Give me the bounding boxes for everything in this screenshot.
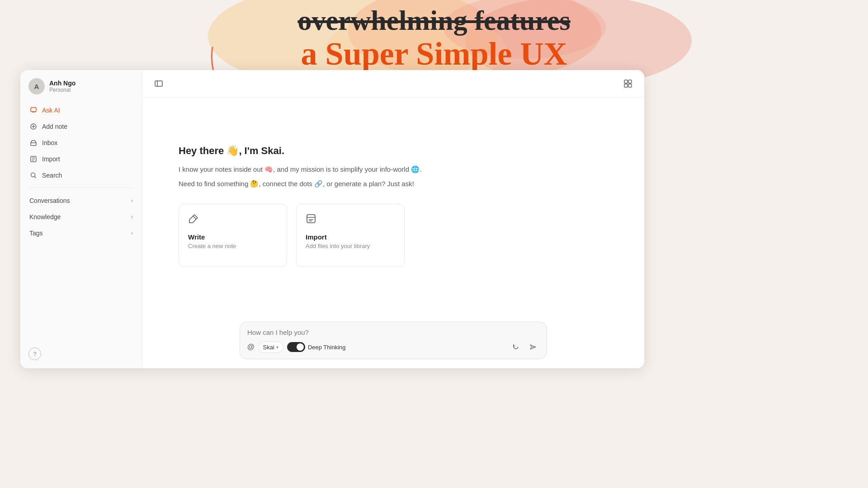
action-cards: Write Create a new note Import Add files… (179, 204, 405, 267)
search-label: Search (42, 172, 62, 179)
svg-rect-20 (624, 84, 627, 87)
model-selector[interactable]: Skai ▾ (258, 342, 283, 353)
sidebar-section-conversations[interactable]: Conversations › (20, 192, 142, 209)
tags-chevron-icon: › (131, 230, 133, 236)
import-card-desc: Add files into your library (306, 243, 395, 249)
tags-label: Tags (29, 230, 43, 237)
sidebar-item-search[interactable]: Search (24, 168, 138, 183)
conversations-chevron-icon: › (131, 197, 133, 204)
write-card-title: Write (188, 233, 278, 241)
svg-point-1 (348, 0, 601, 81)
sidebar-nav: Ask AI Add note (20, 103, 142, 183)
refresh-button[interactable] (509, 341, 522, 353)
add-note-label: Add note (42, 123, 67, 130)
svg-rect-16 (155, 81, 162, 86)
headline-strikethrough: overwhelming features (297, 5, 570, 36)
user-section[interactable]: A Anh Ngo Personal (20, 78, 142, 103)
user-name: Anh Ngo (49, 80, 75, 87)
user-plan: Personal (49, 87, 75, 93)
toolbar-right (621, 76, 635, 91)
chat-input-area: @ Skai ▾ Deep Thinking (240, 322, 547, 359)
send-button[interactable] (527, 341, 539, 353)
sidebar-toggle-icon (154, 79, 163, 88)
inbox-icon (29, 139, 38, 147)
sidebar-section-tags[interactable]: Tags › (20, 225, 142, 241)
sidebar-divider (28, 188, 134, 188)
import-card-icon (306, 213, 395, 227)
conversations-label: Conversations (29, 197, 70, 204)
app-window: A Anh Ngo Personal Ask AI (20, 70, 644, 368)
svg-rect-18 (624, 80, 627, 83)
svg-rect-21 (628, 84, 632, 87)
layout-icon (623, 79, 632, 88)
toolbar-left (151, 76, 166, 91)
sidebar-item-add-note[interactable]: Add note (24, 119, 138, 134)
toggle-switch[interactable] (287, 342, 305, 352)
headline-main: a Super Simple UX (301, 36, 567, 72)
main-toolbar (142, 70, 644, 98)
import-card-title: Import (306, 233, 395, 241)
chat-input-left: @ Skai ▾ Deep Thinking (247, 342, 346, 353)
import-card[interactable]: Import Add files into your library (296, 204, 405, 267)
svg-rect-9 (31, 143, 36, 145)
user-info: Anh Ngo Personal (49, 80, 75, 93)
knowledge-chevron-icon: › (131, 214, 133, 220)
svg-rect-5 (31, 108, 36, 112)
svg-rect-19 (628, 80, 632, 83)
model-name: Skai (263, 344, 274, 351)
add-note-icon (29, 122, 38, 131)
deep-thinking-toggle[interactable]: Deep Thinking (287, 342, 346, 352)
main-content: Hey there 👋, I'm Skai. I know your notes… (142, 70, 644, 368)
svg-point-4 (443, 0, 606, 59)
welcome-greeting: Hey there 👋, I'm Skai. (179, 145, 284, 157)
avatar: A (28, 78, 45, 94)
sidebar-bottom: ? (20, 347, 142, 360)
send-icon (529, 343, 537, 351)
svg-line-15 (35, 177, 36, 178)
search-icon (29, 171, 38, 179)
inbox-label: Inbox (42, 139, 57, 146)
deep-thinking-label: Deep Thinking (308, 344, 346, 351)
help-button[interactable]: ? (28, 347, 41, 360)
at-symbol[interactable]: @ (247, 343, 255, 351)
svg-rect-23 (307, 215, 315, 223)
import-label: Import (42, 155, 60, 163)
welcome-desc1: I know your notes inside out 🧠, and my m… (179, 164, 421, 175)
import-icon (29, 155, 38, 163)
write-card[interactable]: Write Create a new note (179, 204, 287, 267)
toggle-knob (297, 343, 304, 351)
sidebar-section-knowledge[interactable]: Knowledge › (20, 209, 142, 225)
sidebar: A Anh Ngo Personal Ask AI (20, 70, 142, 368)
write-card-icon (188, 213, 278, 227)
sidebar-item-import[interactable]: Import (24, 151, 138, 167)
sidebar-toggle-button[interactable] (151, 76, 166, 91)
refresh-icon (512, 343, 519, 351)
chat-input-right (509, 341, 539, 353)
model-chevron-icon: ▾ (276, 345, 278, 350)
sidebar-item-ask-ai[interactable]: Ask AI (24, 103, 138, 118)
ask-ai-label: Ask AI (42, 107, 60, 114)
ask-ai-icon (29, 106, 38, 114)
welcome-desc2: Need to find something 🤔, connect the do… (179, 178, 414, 189)
chat-input[interactable] (247, 328, 539, 336)
knowledge-label: Knowledge (29, 213, 61, 221)
chat-input-bottom: @ Skai ▾ Deep Thinking (247, 341, 539, 353)
layout-toggle-button[interactable] (621, 76, 635, 91)
sidebar-item-inbox[interactable]: Inbox (24, 135, 138, 150)
write-card-desc: Create a new note (188, 243, 278, 249)
